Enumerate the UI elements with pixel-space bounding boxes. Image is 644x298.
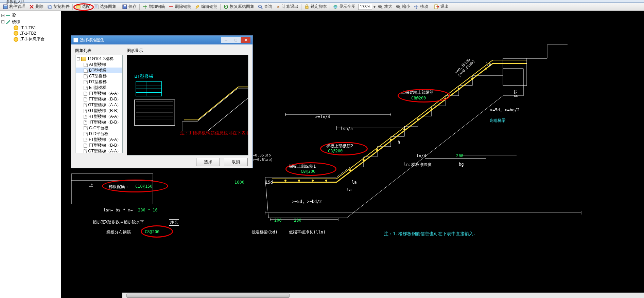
list-item[interactable]: GT型楼梯（A-A） (76, 148, 122, 153)
list-item[interactable]: HT型楼梯（A-A） (76, 114, 122, 119)
top2-value[interactable]: C8@200 (328, 149, 343, 153)
list-item[interactable]: CT型楼梯 (76, 73, 122, 79)
pan-button[interactable]: 移动 (412, 3, 430, 10)
list-item[interactable]: C-C平台板 (76, 125, 122, 131)
ok-button[interactable]: 选择 (196, 158, 220, 166)
dist-rebar-label: 梯板分布钢筋 (106, 229, 131, 235)
gear-icon (14, 37, 18, 42)
list-root[interactable]: -11G101-2楼梯 (76, 56, 122, 62)
exit-button[interactable]: 退出 (433, 3, 450, 10)
list-item[interactable]: DT型楼梯 (76, 79, 122, 85)
tree-item-lt1rest[interactable]: LT-1-休息平台 (1, 36, 59, 42)
document-icon (84, 120, 87, 125)
gear-icon (14, 25, 18, 30)
top1-label: 梯板上部纵筋1 (289, 164, 316, 169)
v200[interactable]: 200 (456, 153, 464, 158)
document-icon (84, 149, 87, 153)
svg-rect-32 (74, 38, 78, 42)
list-item[interactable]: BT型楼梯 (76, 68, 122, 73)
dim-280[interactable]: 280 (294, 218, 301, 223)
ge5d-bd: >=5d, >=bd/2 (292, 199, 322, 204)
svg-point-22 (363, 159, 365, 161)
copy-member-button[interactable]: 复制构件 (46, 3, 71, 10)
select-match-button[interactable]: 选配 (74, 3, 91, 10)
dim-1600[interactable]: 1600 (234, 180, 244, 185)
dim-200[interactable]: 200 (274, 218, 282, 223)
dist-rebar-value[interactable]: C8@200 (145, 229, 159, 234)
svg-point-29 (458, 88, 460, 90)
document-icon (84, 80, 88, 84)
restore-atlas-button[interactable]: 恢复原始图集 (222, 3, 256, 10)
tree-item-lt1tb2[interactable]: LT-1-TB2 (1, 31, 59, 36)
edit-rebar-button[interactable]: 编辑钢筋 (193, 3, 219, 10)
list-item[interactable]: AT型楼梯 (76, 62, 122, 68)
svg-point-18 (298, 180, 300, 182)
list-item[interactable]: D-D平台板 (76, 131, 122, 137)
list-item[interactable]: GT型楼梯（B-B） (76, 108, 122, 114)
atlas-list[interactable]: -11G101-2楼梯 AT型楼梯BT型楼梯CT型楼梯DT型楼梯ET型楼梯FT型… (75, 55, 123, 153)
document-icon (84, 92, 87, 96)
v15d-r: 15d (513, 90, 518, 97)
query-button[interactable]: 查询 (256, 3, 274, 10)
dialog-titlebar[interactable]: 选择标准图集 ─ □ ✕ (71, 36, 253, 44)
svg-point-26 (417, 118, 419, 120)
main-toolbar: 构件管理 删除 复制构件 选配 选择图集 保存 增加钢筋 删除钢筋 编辑钢筋 恢… (0, 3, 644, 11)
top1-value[interactable]: C8@200 (301, 169, 315, 174)
vbg: bg (459, 162, 464, 167)
top2-label: 梯板上部纵筋2 (326, 143, 353, 149)
calc-exit-button[interactable]: ≠计算退出 (274, 3, 300, 10)
tree-node-stair[interactable]: －楼梯 (1, 19, 59, 25)
svg-point-19 (312, 180, 314, 182)
svg-point-8 (259, 5, 261, 8)
document-icon (84, 74, 88, 78)
high-beam-label: 高端梯梁 (489, 118, 506, 124)
low-beam-label: 低端梯梁(bd) (251, 229, 278, 235)
list-item[interactable]: ET型楼梯 (76, 85, 122, 91)
cancel-button[interactable]: 取消 (224, 158, 248, 166)
select-atlas-button[interactable]: 选择图集 (92, 3, 118, 10)
la-3: la (352, 180, 356, 185)
lsn5: lsn/5 (341, 126, 353, 131)
upper-beam-value[interactable]: C8@200 (411, 96, 426, 100)
list-item[interactable]: FT型楼梯（A-A） (76, 137, 122, 143)
dialog-title: 选择标准图集 (80, 37, 104, 43)
add-rebar-button[interactable]: 增加钢筋 (141, 3, 167, 10)
svg-rect-1 (4, 5, 7, 6)
low-flat-label: 低端平板净长(lln) (289, 229, 326, 235)
zoom-in-button[interactable]: 放大 (376, 3, 394, 10)
list-item[interactable]: FT型楼梯（A-A） (76, 91, 122, 96)
close-button[interactable]: ✕ (241, 37, 250, 43)
h-scrollbar[interactable] (122, 293, 644, 298)
component-tree: ＋梁 －楼梯 LT-1-TB1 LT-1-TB2 LT-1-休息平台 (0, 11, 61, 298)
zoom-value[interactable]: 173% (358, 4, 372, 10)
document-icon (84, 97, 87, 101)
lsn-value[interactable]: 280 * 10 (138, 208, 158, 212)
list-item[interactable]: HT型楼梯（B-B） (76, 119, 122, 125)
window-title: 参数输入法 (6, 0, 25, 4)
tree-item-lt1tb1[interactable]: LT-1-TB1 (1, 25, 59, 31)
document-icon (84, 63, 88, 67)
document-icon (84, 86, 88, 90)
dim-15d: 15d (265, 180, 273, 185)
list-item[interactable]: FT型楼梯（B-B） (76, 96, 122, 102)
document-icon (84, 69, 88, 73)
maximize-button[interactable]: □ (231, 37, 241, 43)
drawing-canvas[interactable]: 上梯梁端上部纵筋 C8@200 梯板上部纵筋2 C8@200 梯板上部纵筋1 C… (61, 11, 644, 298)
show-all-button[interactable]: 显示全图 (331, 3, 357, 10)
save-button[interactable]: 保存 (121, 3, 138, 10)
document-icon (84, 109, 87, 113)
lock-script-button[interactable]: 锁定脚本 (303, 3, 328, 10)
zoom-out-button[interactable]: 缩小 (394, 3, 412, 10)
list-item[interactable]: FT型楼梯（B-B） (76, 143, 122, 148)
slab-rebar-value[interactable]: C10@150 (135, 184, 153, 189)
ln4-l: >=ln/4 (315, 114, 330, 119)
list-item[interactable]: GT型楼梯（A-A） (76, 102, 122, 108)
tree-node-beam[interactable]: ＋梁 (1, 12, 59, 19)
ge035lab-1: >=0.35lab (>=0.6lab) (250, 153, 273, 162)
document-icon (84, 132, 88, 136)
minimize-button[interactable]: ─ (221, 37, 231, 43)
note-text: 注：1.楼梯板钢筋信息也可在下表中直接输入. (384, 231, 476, 237)
step-formula: 踏步宽X踏步数＝踏步段水平 (93, 219, 144, 225)
del-rebar-button[interactable]: 删除钢筋 (167, 3, 193, 10)
delete-button[interactable]: 删除 (28, 3, 45, 10)
